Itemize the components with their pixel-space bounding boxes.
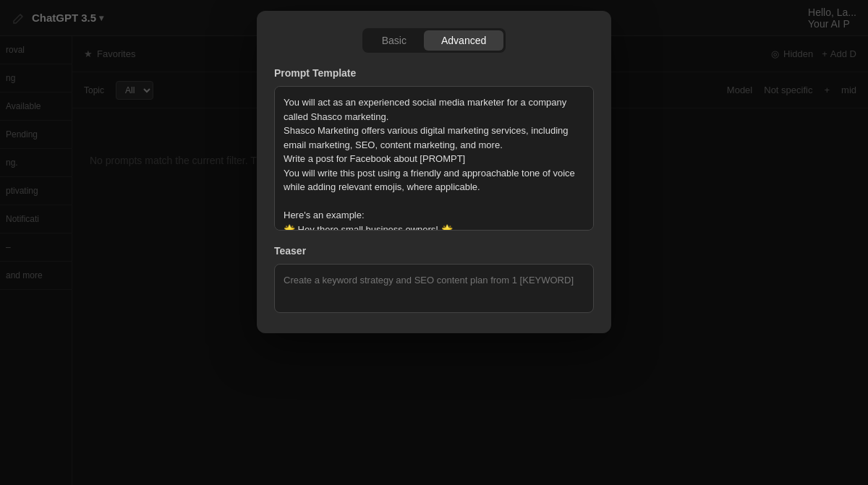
prompt-modal: Basic Advanced Prompt Template You will … [257, 11, 611, 333]
prompt-template-label: Prompt Template [274, 67, 594, 79]
prompt-template-textarea[interactable]: You will act as an experienced social me… [274, 86, 594, 231]
modal-overlay: Basic Advanced Prompt Template You will … [0, 0, 868, 485]
teaser-textarea[interactable] [274, 264, 594, 313]
teaser-label: Teaser [274, 245, 594, 257]
tab-basic[interactable]: Basic [365, 30, 424, 51]
tab-advanced[interactable]: Advanced [424, 30, 503, 51]
tab-switcher: Basic Advanced [362, 28, 506, 53]
